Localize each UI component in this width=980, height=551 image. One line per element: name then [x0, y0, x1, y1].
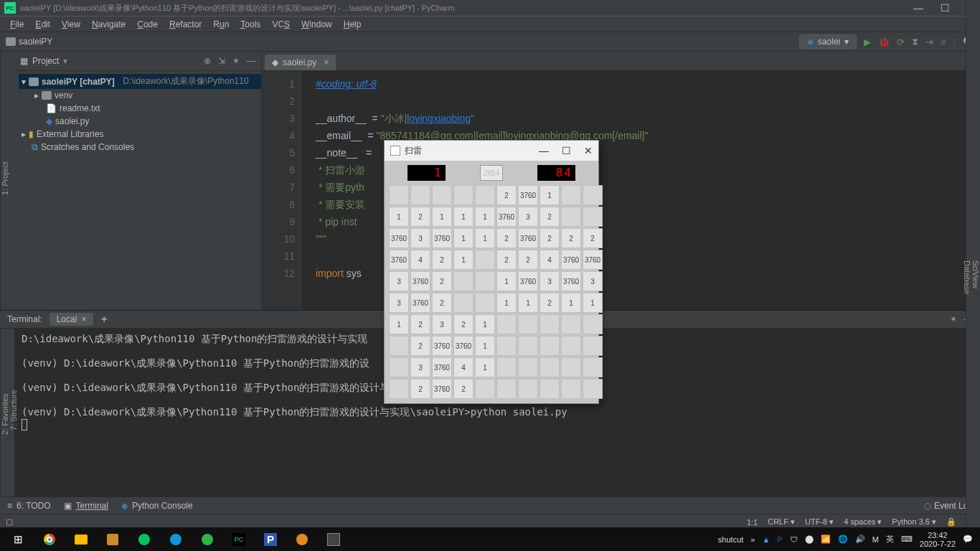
- tool-database-tab[interactable]: Database: [963, 4, 971, 551]
- tree-root[interactable]: ▾ saoleiPY [chatPY] D:\ideawork\成果录像\Pyt…: [19, 74, 261, 89]
- gear-icon[interactable]: ✶: [232, 56, 240, 66]
- tool-favorites-tab[interactable]: 2: Favorites: [1, 336, 9, 492]
- mines-cell[interactable]: 3760: [410, 271, 430, 291]
- mines-cell[interactable]: 3760: [561, 250, 581, 270]
- mines-cell[interactable]: 4: [453, 357, 473, 377]
- start-button[interactable]: ⊞: [3, 527, 33, 551]
- run-config-select[interactable]: ◆ saolei ▾: [799, 34, 857, 49]
- status-position[interactable]: 1:1: [747, 518, 758, 527]
- mines-cell[interactable]: 1: [475, 357, 495, 377]
- mines-cell[interactable]: 3760: [518, 271, 538, 291]
- editor-tab[interactable]: ◆ saolei.py ×: [265, 55, 336, 70]
- mines-cell[interactable]: [475, 185, 495, 205]
- tool-sciview-tab[interactable]: SciView: [971, 4, 980, 544]
- mines-cell[interactable]: 3760: [389, 228, 409, 248]
- left-tool-gutter-lower[interactable]: 2: Favorites 7: Structure: [0, 329, 14, 496]
- mines-cell[interactable]: 1: [453, 228, 473, 248]
- tree-venv[interactable]: ▸ venv: [19, 89, 261, 102]
- menu-refactor[interactable]: Refactor: [165, 18, 206, 31]
- mines-cell[interactable]: [583, 336, 603, 356]
- locate-icon[interactable]: ⊕: [204, 56, 211, 66]
- mines-cell[interactable]: 3760: [496, 207, 517, 227]
- hide-icon[interactable]: —: [247, 56, 255, 66]
- mines-cell[interactable]: 1: [389, 314, 409, 334]
- tab-terminal[interactable]: ▣Terminal: [64, 501, 108, 511]
- mines-cell[interactable]: [540, 336, 560, 356]
- terminal-new-tab[interactable]: +: [100, 313, 107, 326]
- tree-external[interactable]: ▸ ▮ External Libraries: [19, 128, 261, 141]
- mines-cell[interactable]: 3760: [561, 271, 581, 291]
- mines-cell[interactable]: [432, 185, 452, 205]
- mines-cell[interactable]: 2: [410, 379, 430, 399]
- mines-cell[interactable]: [453, 185, 473, 205]
- mines-cell[interactable]: 4: [540, 250, 560, 270]
- mines-cell[interactable]: [496, 336, 517, 356]
- mines-cell[interactable]: 1: [561, 293, 581, 313]
- mines-cell[interactable]: 1: [518, 293, 538, 313]
- mines-cell[interactable]: 2: [410, 336, 430, 356]
- taskbar-wechat[interactable]: [129, 527, 159, 551]
- lock-icon[interactable]: 🔒: [946, 517, 956, 527]
- mines-cell[interactable]: [561, 379, 581, 399]
- menu-code[interactable]: Code: [133, 18, 162, 31]
- mines-cell[interactable]: [561, 357, 581, 377]
- menu-window[interactable]: Window: [297, 18, 336, 31]
- mines-cell[interactable]: 3: [410, 357, 430, 377]
- mines-cell[interactable]: [561, 314, 581, 334]
- mines-cell[interactable]: 1: [475, 336, 495, 356]
- mines-cell[interactable]: 1: [475, 228, 495, 248]
- taskbar-app[interactable]: [98, 527, 128, 551]
- mines-cell[interactable]: 1: [540, 185, 560, 205]
- status-encoding[interactable]: UTF-8 ▾: [805, 517, 834, 527]
- mines-cell[interactable]: 1: [389, 207, 409, 227]
- status-eol[interactable]: CRLF ▾: [768, 517, 795, 527]
- status-icon[interactable]: ▢: [6, 517, 13, 527]
- left-tool-gutter[interactable]: 1: Project: [0, 52, 14, 310]
- minimize-icon[interactable]: —: [913, 2, 923, 14]
- mines-cell[interactable]: 2: [540, 228, 560, 248]
- profile-icon[interactable]: ⧗: [912, 36, 918, 47]
- tray-keyboard-icon[interactable]: ⌨: [901, 534, 913, 544]
- mines-cell[interactable]: 1: [432, 207, 452, 227]
- mines-cell[interactable]: 3760: [432, 379, 452, 399]
- mines-cell[interactable]: [475, 293, 495, 313]
- tree-readme[interactable]: 📄 readme.txt: [19, 102, 261, 115]
- mines-cell[interactable]: 3: [389, 293, 409, 313]
- mines-cell[interactable]: [561, 185, 581, 205]
- menu-tools[interactable]: Tools: [236, 18, 265, 31]
- tray-icon[interactable]: ▲: [762, 535, 770, 544]
- mines-cell[interactable]: [540, 314, 560, 334]
- mines-cell[interactable]: [583, 314, 603, 334]
- mines-cell[interactable]: 3760: [583, 250, 603, 270]
- taskbar-pycharm[interactable]: PC: [224, 527, 254, 551]
- mines-cell[interactable]: [496, 379, 517, 399]
- mines-cell[interactable]: [540, 357, 560, 377]
- mines-cell[interactable]: [561, 336, 581, 356]
- tree-saolei-py[interactable]: ◆ saolei.py: [19, 115, 261, 128]
- mines-cell[interactable]: [518, 314, 538, 334]
- tray-network-icon[interactable]: 🌐: [838, 534, 848, 544]
- mines-cell[interactable]: [496, 357, 517, 377]
- status-interpreter[interactable]: Python 3.6 ▾: [892, 517, 936, 527]
- mines-cell[interactable]: [475, 379, 495, 399]
- tray-icon[interactable]: 📶: [821, 534, 831, 544]
- mines-cell[interactable]: [583, 379, 603, 399]
- mines-cell[interactable]: 2: [496, 185, 517, 205]
- mines-cell[interactable]: 4: [410, 250, 430, 270]
- mines-cell[interactable]: 2: [432, 250, 452, 270]
- tool-structure-tab[interactable]: 7: Structure: [9, 329, 18, 492]
- mines-cell[interactable]: 3: [518, 207, 538, 227]
- mines-cell[interactable]: 3760: [453, 336, 473, 356]
- mines-cell[interactable]: 2: [432, 271, 452, 291]
- taskbar-chrome[interactable]: [34, 527, 65, 551]
- mines-cell[interactable]: [389, 185, 409, 205]
- mines-cell[interactable]: [496, 314, 517, 334]
- coverage-icon[interactable]: ⟳: [897, 37, 905, 47]
- taskbar-running[interactable]: [319, 527, 349, 551]
- mines-cell[interactable]: 2: [432, 293, 452, 313]
- tool-project-tab[interactable]: 1: Project: [1, 162, 9, 195]
- mines-cell[interactable]: 2: [410, 314, 430, 334]
- collapse-icon[interactable]: ⇲: [218, 56, 225, 66]
- tray-icon[interactable]: 🛡: [790, 535, 798, 544]
- mines-cell[interactable]: 3760: [389, 250, 409, 270]
